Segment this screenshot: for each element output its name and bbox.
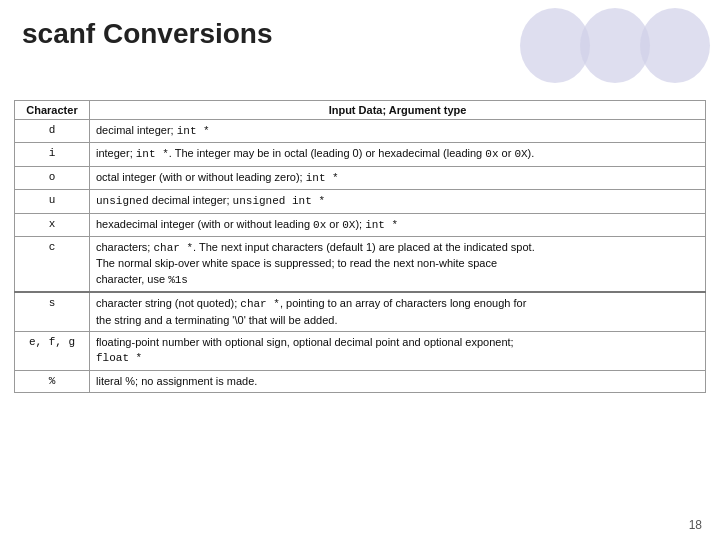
col-header-character: Character [15, 101, 90, 120]
table-row: e, f, gfloating-point number with option… [15, 331, 706, 370]
page-title: scanf Conversions [22, 18, 273, 50]
char-cell: o [15, 166, 90, 189]
desc-cell: integer; int *. The integer may be in oc… [90, 143, 706, 166]
desc-cell: literal %; no assignment is made. [90, 370, 706, 392]
char-cell: e, f, g [15, 331, 90, 370]
circle-3 [640, 8, 710, 83]
desc-cell: characters; char *. The next input chara… [90, 236, 706, 292]
desc-cell: character string (not quoted); char *, p… [90, 292, 706, 331]
desc-cell: decimal integer; int * [90, 120, 706, 143]
decorative-circles [520, 0, 720, 90]
table-row: ccharacters; char *. The next input char… [15, 236, 706, 292]
table-row: ooctal integer (with or without leading … [15, 166, 706, 189]
char-cell: i [15, 143, 90, 166]
desc-cell: floating-point number with optional sign… [90, 331, 706, 370]
desc-cell: octal integer (with or without leading z… [90, 166, 706, 189]
table-row: uunsigned decimal integer; unsigned int … [15, 190, 706, 213]
char-cell: s [15, 292, 90, 331]
char-cell: c [15, 236, 90, 292]
page-number: 18 [689, 518, 702, 532]
table-row: scharacter string (not quoted); char *, … [15, 292, 706, 331]
table-row: ddecimal integer; int * [15, 120, 706, 143]
table-row: %literal %; no assignment is made. [15, 370, 706, 392]
table-container: Character Input Data; Argument type ddec… [14, 100, 706, 510]
char-cell: d [15, 120, 90, 143]
char-cell: x [15, 213, 90, 236]
scanf-table: Character Input Data; Argument type ddec… [14, 100, 706, 393]
table-row: iinteger; int *. The integer may be in o… [15, 143, 706, 166]
col-header-input: Input Data; Argument type [90, 101, 706, 120]
desc-cell: hexadecimal integer (with or without lea… [90, 213, 706, 236]
char-cell: u [15, 190, 90, 213]
table-row: xhexadecimal integer (with or without le… [15, 213, 706, 236]
desc-cell: unsigned decimal integer; unsigned int * [90, 190, 706, 213]
char-cell: % [15, 370, 90, 392]
